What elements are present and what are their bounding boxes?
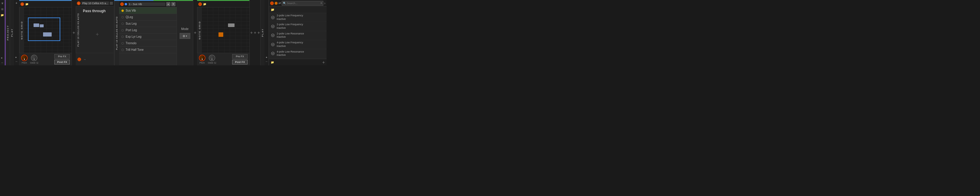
- panel3-arrow-up[interactable]: ▲: [166, 2, 170, 6]
- folder-icon-sidebar[interactable]: 📁: [0, 13, 5, 17]
- browser-item-3[interactable]: 4-pole Low Frequencyinactive: [269, 40, 326, 49]
- item-5-label: Tremolo: [126, 41, 136, 45]
- crown-icon[interactable]: ♛: [1, 1, 4, 5]
- add-btn-3[interactable]: +: [250, 30, 253, 35]
- right-circle-btn[interactable]: ●: [266, 56, 267, 59]
- pass-through-plus[interactable]: +: [95, 31, 99, 37]
- grid-icon[interactable]: ⊞: [1, 7, 4, 11]
- panel3-power-btn[interactable]: [120, 2, 124, 6]
- browser-forward-btn[interactable]: ›: [324, 1, 325, 5]
- browser-power-btn[interactable]: [270, 2, 274, 5]
- glide-knob[interactable]: [31, 55, 37, 61]
- add-btn-5[interactable]: +: [258, 30, 260, 35]
- panel1-header: ⏻ 📁: [19, 1, 72, 8]
- filter-icon-3: [271, 43, 275, 47]
- gray-block: [228, 24, 234, 27]
- panel2: ⏻ Play 10 Cellos KS a... Play 10 Cellos …: [76, 0, 114, 65]
- dropdown-item-2[interactable]: Sus Leg: [119, 21, 177, 27]
- panel3-dot-indicator: [125, 3, 127, 5]
- add-btn-1[interactable]: +: [72, 0, 76, 65]
- glide-knob-4[interactable]: [209, 55, 215, 61]
- search-close-btn[interactable]: ×: [320, 2, 322, 5]
- panel1-body: NOTE GRID: [19, 8, 72, 53]
- arrows-mini-btn[interactable]: ↔: [15, 60, 18, 63]
- browser-header: ⇄ 🔍 × ›: [269, 0, 326, 6]
- svg-point-1: [271, 25, 274, 28]
- panel3-dropdown-list: Sus Vib QLeg Sus Leg Port Leg Exp Lyr Le…: [119, 8, 177, 65]
- item-1-dot: [121, 16, 124, 18]
- item-4-label: Exp Lyr Leg: [126, 35, 141, 38]
- plus-mini-btn[interactable]: +: [16, 1, 17, 5]
- panel4-folder-icon[interactable]: 📁: [203, 3, 206, 6]
- dropdown-item-4[interactable]: Exp Lyr Leg: [119, 33, 177, 40]
- panel2-power-btn[interactable]: ⏻: [77, 2, 80, 5]
- arrows-icon[interactable]: ↔: [1, 61, 3, 64]
- note-grid-area[interactable]: [24, 8, 72, 53]
- panel4-power-btn[interactable]: [198, 2, 202, 6]
- vertical-labels-section: PROJECT PLAY + ● ↔: [6, 0, 19, 65]
- browser-footer-icon[interactable]: 📁: [271, 61, 274, 64]
- browser-sync-icon[interactable]: ⇄: [278, 2, 281, 5]
- dropdown-item-0[interactable]: Sus Vib: [119, 8, 177, 14]
- dropdown-item-3[interactable]: Port Leg: [119, 27, 177, 33]
- panel3-top-accent: [114, 0, 192, 1]
- pitch-label-4: Pitch: [199, 62, 205, 64]
- panel2-vertical-label: Play 10 Cellos KS auto: [76, 6, 80, 53]
- panel2-footer-icon[interactable]: ↔: [83, 58, 86, 61]
- dropdown-item-5[interactable]: Tremolo: [119, 40, 177, 47]
- pass-through-text: Pass through: [82, 8, 113, 14]
- pitch-knob[interactable]: [21, 55, 28, 61]
- panel1-folder-icon[interactable]: 📁: [25, 3, 29, 6]
- circle-icon[interactable]: ●: [1, 56, 3, 59]
- browser-footer: 📁 +: [269, 59, 326, 65]
- item-2-dot: [121, 22, 124, 25]
- grid-background-4: [202, 8, 250, 53]
- dropdown-item-1[interactable]: QLeg: [119, 14, 177, 21]
- note-grid-area-4[interactable]: [202, 8, 250, 53]
- browser-item-1[interactable]: 2-pole Low Frequencyinactive: [269, 22, 326, 31]
- post-fx-btn-4[interactable]: Post FX: [232, 60, 248, 64]
- dropdown-item-6[interactable]: Trill Half Tone: [119, 47, 177, 53]
- pitch-knob-container: Pitch: [21, 55, 28, 64]
- browser-search-box[interactable]: 🔍 ×: [282, 1, 323, 6]
- pitch-knob-4[interactable]: [199, 55, 205, 61]
- add-btn-2[interactable]: +: [193, 0, 197, 65]
- panel3-title: 1 - Sus Vib: [129, 3, 164, 6]
- browser-item-2[interactable]: 2-pole Low Resonanceinactive: [269, 31, 326, 40]
- circle-mini-btn[interactable]: ●: [15, 56, 18, 59]
- side-mini-controls: + ● ↔: [14, 0, 19, 65]
- knob-indicator-4-2: [212, 59, 212, 60]
- browser-folder-icon[interactable]: 📁: [271, 8, 274, 11]
- post-fx-btn[interactable]: Post FX: [54, 60, 70, 64]
- right-side-controls: ● ↔: [264, 0, 269, 65]
- item-6-dot: [121, 49, 124, 51]
- note-grid-label-4: NOTE GRID: [197, 8, 202, 53]
- panel2-power-footer[interactable]: [78, 57, 81, 61]
- browser-item-4[interactable]: 4-pole Low Resonanceinactive: [269, 49, 326, 58]
- panel2-header: ⏻ Play 10 Cellos KS a...: [76, 0, 114, 6]
- gear-btn[interactable]: ⚙ ▾: [180, 33, 190, 39]
- note-block-3: [43, 32, 52, 37]
- right-arrows-btn[interactable]: ↔: [265, 60, 268, 63]
- browser-orange-icon[interactable]: [275, 2, 278, 5]
- browser-list: 2-pole Low Frequencyinactive 2-pole Low …: [269, 13, 326, 59]
- knob-indicator-4: [202, 59, 202, 60]
- browser-item-2-text: 2-pole Low Resonanceinactive: [277, 32, 304, 39]
- gear-icon: ⚙: [183, 35, 185, 38]
- panel2-dark-btn[interactable]: [110, 2, 113, 5]
- browser-add-btn[interactable]: +: [322, 60, 325, 65]
- browser-search-input[interactable]: [287, 2, 320, 5]
- panel1-power-btn[interactable]: ⏻: [21, 2, 24, 6]
- browser-item-0[interactable]: 2-pole Low Frequencyinactive: [269, 13, 326, 22]
- pre-fx-btn-4[interactable]: Pre FX: [232, 54, 248, 59]
- item-3-label: Port Leg: [126, 29, 137, 32]
- pre-fx-btn[interactable]: Pre FX: [54, 54, 70, 59]
- panel3: Play 10 Cellos KS auto 1 - Sus Vib ▲ ▼ S…: [114, 0, 193, 65]
- add-btn-4[interactable]: +: [254, 30, 256, 35]
- panel3-header: 1 - Sus Vib ▲ ▼: [119, 1, 177, 8]
- mode-label: Mode: [181, 27, 189, 30]
- blue-selection-box: [28, 18, 60, 41]
- panel3-arrow-down[interactable]: ▼: [171, 2, 175, 6]
- knob-indicator-2: [34, 59, 35, 60]
- panel2-title: Play 10 Cellos KS a...: [81, 2, 109, 5]
